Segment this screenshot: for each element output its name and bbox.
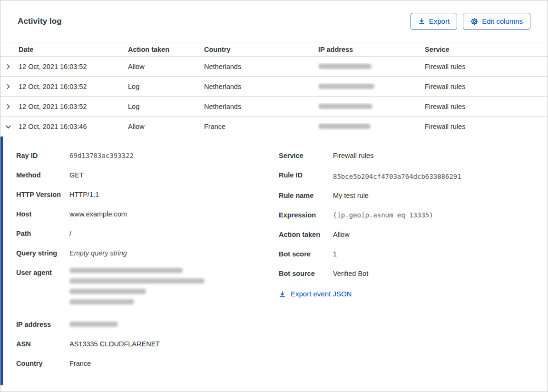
table-row-expanded[interactable]: 12 Oct, 2021 16:03:46 Allow France Firew… <box>0 117 548 137</box>
detail-label: Action taken <box>279 230 333 239</box>
bot-source-value: Verified Bot <box>333 269 368 278</box>
export-button[interactable]: Export <box>411 13 457 30</box>
ip-address-redacted <box>69 320 118 329</box>
detail-row: Ray ID 69d13783ac393322 <box>16 151 279 160</box>
ray-id-value: 69d13783ac393322 <box>69 151 134 160</box>
row-country: Netherlands <box>204 83 318 90</box>
row-country: France <box>204 123 318 130</box>
detail-label: Expression <box>279 210 333 220</box>
toolbar-actions: Export Edit columns <box>411 13 530 30</box>
detail-row: Host www.example.com <box>16 209 279 219</box>
detail-label: HTTP Version <box>16 190 69 199</box>
row-action: Log <box>128 103 204 110</box>
row-ip-redacted <box>318 83 425 90</box>
detail-row: Expression (ip.geoip.asnum eq 13335) <box>279 210 548 220</box>
row-service: Firewall rules <box>425 83 548 90</box>
rule-id-value: 85bce5b204cf4703a764dcb633886291 <box>333 170 461 183</box>
row-service: Firewall rules <box>425 63 548 70</box>
row-date: 12 Oct, 2021 16:03:52 <box>19 63 128 70</box>
chevron-right-icon[interactable] <box>0 103 19 110</box>
page-title: Activity log <box>18 17 62 26</box>
detail-label: Method <box>16 170 69 180</box>
expression-value: (ip.geoip.asnum eq 13335) <box>333 210 433 220</box>
user-agent-redacted <box>69 268 205 310</box>
host-value: www.example.com <box>69 209 127 219</box>
detail-label: Path <box>16 229 69 238</box>
country-value: France <box>69 359 91 368</box>
query-string-value: Empty query string <box>69 248 127 258</box>
column-header-service: Service <box>425 46 548 53</box>
export-button-label: Export <box>429 17 450 25</box>
detail-label: Ray ID <box>16 151 69 160</box>
detail-row: IP address <box>16 320 279 329</box>
detail-row: Bot score 1 <box>279 249 548 259</box>
row-ip-redacted <box>318 63 425 70</box>
detail-label: Query string <box>16 248 69 258</box>
row-date: 12 Oct, 2021 16:03:46 <box>19 123 128 130</box>
detail-row: Rule name My test rule <box>279 191 548 200</box>
detail-row: Rule ID 85bce5b204cf4703a764dcb633886291 <box>279 170 548 183</box>
export-event-json-link[interactable]: Export event JSON <box>279 289 352 299</box>
gear-icon <box>470 18 478 25</box>
chevron-down-icon[interactable] <box>0 123 19 130</box>
http-version-value: HTTP/1.1 <box>69 190 99 199</box>
bot-score-value: 1 <box>333 249 337 259</box>
row-date: 12 Oct, 2021 16:03:52 <box>19 103 128 110</box>
details-right-column: Service Firewall rules Rule ID 85bce5b20… <box>279 151 548 385</box>
detail-row: Country France <box>16 359 279 368</box>
detail-label: User agent <box>16 268 69 277</box>
table-row[interactable]: 12 Oct, 2021 16:03:52 Log Netherlands Fi… <box>0 77 548 97</box>
rule-name-value: My test rule <box>333 191 369 200</box>
detail-label: IP address <box>16 320 69 329</box>
asn-value: AS13335 CLOUDFLARENET <box>69 339 160 349</box>
detail-label: Rule ID <box>279 170 333 180</box>
detail-row: Action taken Allow <box>279 230 548 239</box>
table-header: Date Action taken Country IP address Ser… <box>0 42 548 57</box>
row-date: 12 Oct, 2021 16:03:52 <box>19 83 128 90</box>
detail-label: Bot source <box>279 269 333 278</box>
detail-row: Service Firewall rules <box>279 151 548 160</box>
column-header-ip-address: IP address <box>318 46 425 53</box>
detail-label: Host <box>16 209 69 219</box>
row-service: Firewall rules <box>425 103 548 110</box>
edit-columns-button[interactable]: Edit columns <box>463 13 530 30</box>
row-ip-redacted <box>318 103 425 110</box>
details-left-column: Ray ID 69d13783ac393322 Method GET HTTP … <box>16 151 279 385</box>
detail-row: User agent <box>16 268 279 310</box>
detail-row: HTTP Version HTTP/1.1 <box>16 190 279 199</box>
method-value: GET <box>69 170 84 180</box>
activity-log-page: { "page": { "title": "Activity log" }, "… <box>0 0 548 392</box>
row-country: Netherlands <box>204 63 318 70</box>
detail-row: ASN AS13335 CLOUDFLARENET <box>16 339 279 349</box>
detail-label: Country <box>16 359 69 368</box>
event-details-panel: Ray ID 69d13783ac393322 Method GET HTTP … <box>0 137 548 385</box>
detail-label: ASN <box>16 339 69 349</box>
detail-label: Service <box>279 151 333 160</box>
edit-columns-button-label: Edit columns <box>482 17 523 25</box>
column-header-date: Date <box>19 46 128 53</box>
detail-label: Rule name <box>279 191 333 200</box>
row-service: Firewall rules <box>425 123 548 130</box>
table-row[interactable]: 12 Oct, 2021 16:03:52 Allow Netherlands … <box>0 57 548 77</box>
download-icon <box>418 18 425 25</box>
column-header-action-taken: Action taken <box>128 46 204 53</box>
path-value: / <box>69 229 71 238</box>
download-icon <box>279 291 286 298</box>
row-country: Netherlands <box>204 103 318 110</box>
chevron-right-icon[interactable] <box>0 83 19 90</box>
action-taken-value: Allow <box>333 230 350 239</box>
detail-row: Path / <box>16 229 279 238</box>
detail-row: Query string Empty query string <box>16 248 279 258</box>
table-row[interactable]: 12 Oct, 2021 16:03:52 Log Netherlands Fi… <box>0 97 548 117</box>
chevron-right-icon[interactable] <box>0 63 19 70</box>
row-action: Log <box>128 83 204 90</box>
detail-row: Bot source Verified Bot <box>279 269 548 278</box>
detail-row: Method GET <box>16 170 279 180</box>
row-action: Allow <box>128 123 204 130</box>
row-ip-redacted <box>318 123 425 130</box>
export-event-json-label: Export event JSON <box>291 289 352 299</box>
topbar: Activity log Export Edit columns <box>0 0 548 42</box>
service-value: Firewall rules <box>333 151 373 160</box>
detail-label: Bot score <box>279 249 333 259</box>
row-action: Allow <box>128 63 204 70</box>
